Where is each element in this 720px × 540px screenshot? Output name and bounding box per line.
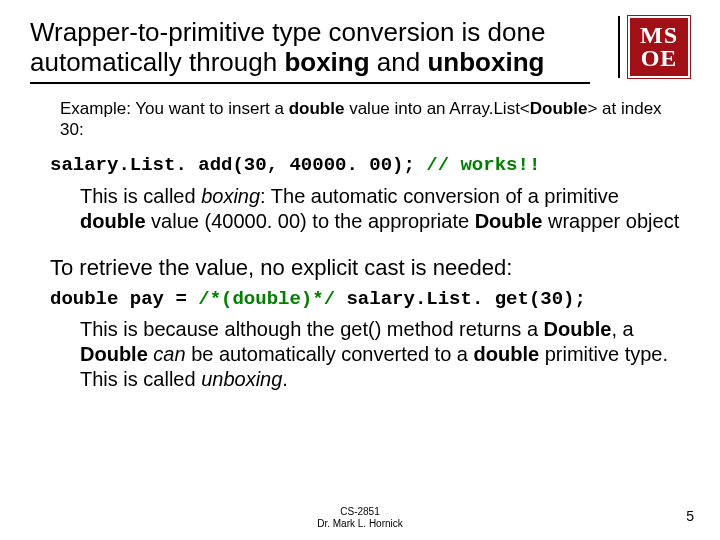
intro-t1: Example: You want to insert a — [60, 99, 289, 118]
content-area: Example: You want to insert a double val… — [30, 98, 690, 393]
logo-line-2: OE — [641, 47, 678, 70]
code-line-2: double pay = /*(double)*/ salary.List. g… — [50, 288, 680, 312]
title-bold-2: unboxing — [427, 47, 544, 77]
box-b1: double — [80, 210, 146, 232]
unb-b1: Double — [544, 318, 612, 340]
box-t2: : The automatic conversion of a primitiv… — [260, 185, 619, 207]
unb-t1: This is because although the get() metho… — [80, 318, 544, 340]
code-line-1: salary.List. add(30, 40000. 00); // work… — [50, 154, 680, 178]
title-underline — [30, 82, 590, 84]
code2-black2: salary.List. get(30); — [335, 288, 586, 310]
code1-black: salary.List. add(30, 40000. 00); — [50, 154, 426, 176]
unb-b2: Double — [80, 343, 148, 365]
box-b2: Double — [475, 210, 543, 232]
retrieve-line: To retrieve the value, no explicit cast … — [50, 254, 680, 282]
unb-t2: , a — [611, 318, 633, 340]
unb-i1: can — [153, 343, 185, 365]
code1-comment: // works!! — [426, 154, 540, 176]
unb-i2: unboxing — [201, 368, 282, 390]
title-block: Wrapper-to-primitive type conversion is … — [30, 18, 606, 84]
boxing-paragraph: This is called boxing: The automatic con… — [60, 184, 680, 234]
title-text-mid: and — [370, 47, 428, 77]
title-row: Wrapper-to-primitive type conversion is … — [30, 18, 690, 84]
title-bold-1: boxing — [284, 47, 369, 77]
page-number: 5 — [686, 508, 694, 524]
logo-line-1: MS — [640, 24, 678, 47]
slide-title: Wrapper-to-primitive type conversion is … — [30, 18, 606, 78]
example-intro: Example: You want to insert a double val… — [60, 98, 680, 141]
msoe-logo: MS OE — [628, 16, 690, 78]
intro-t2: value into an Array.List< — [344, 99, 529, 118]
footer: CS-2851 Dr. Mark L. Hornick — [0, 506, 720, 530]
slide: Wrapper-to-primitive type conversion is … — [0, 0, 720, 540]
unb-b3: double — [474, 343, 540, 365]
code2-black1: double pay = — [50, 288, 198, 310]
code2-comment: /*(double)*/ — [198, 288, 335, 310]
unb-t4: be automatically converted to a — [186, 343, 474, 365]
intro-b1: double — [289, 99, 345, 118]
footer-author: Dr. Mark L. Hornick — [0, 518, 720, 530]
box-t1: This is called — [80, 185, 201, 207]
unboxing-paragraph: This is because although the get() metho… — [60, 317, 680, 392]
footer-course: CS-2851 — [0, 506, 720, 518]
box-t4: wrapper object — [542, 210, 679, 232]
box-t3: value (40000. 00) to the appropriate — [146, 210, 475, 232]
unb-t6: . — [282, 368, 288, 390]
box-bi1: boxing — [201, 185, 260, 207]
logo-divider: MS OE — [618, 16, 690, 78]
intro-b2: Double — [530, 99, 588, 118]
